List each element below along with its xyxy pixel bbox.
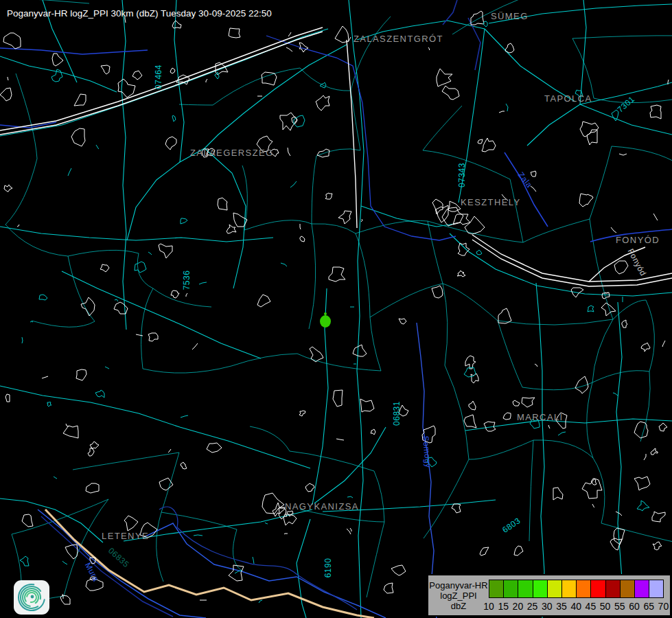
storm-spiral-icon bbox=[14, 580, 49, 615]
city-label-zalaszentgro-t: ZALASZENTGRÓT bbox=[354, 34, 443, 44]
city-label-tapolca: TAPOLCA bbox=[544, 93, 592, 104]
legend-color-20-25 bbox=[518, 580, 533, 598]
legend-color-45-50 bbox=[590, 580, 605, 598]
city-label-letenye: LETENYE bbox=[102, 531, 149, 541]
city-label-zalaegerszeg: ZALAEGERSZEG bbox=[190, 148, 274, 158]
legend-color-15-20 bbox=[503, 580, 518, 598]
legend-color-30-35 bbox=[547, 580, 562, 598]
legend-color-55-60 bbox=[620, 580, 635, 598]
legend-color-40-45 bbox=[576, 580, 591, 598]
legend-color-50-55 bbox=[605, 580, 621, 598]
rivers-layer bbox=[0, 0, 672, 618]
legend-color-scale: 10152025303540455055606570 bbox=[489, 575, 670, 615]
road-label-07343: 07343 bbox=[457, 163, 467, 187]
legend-color-10-15 bbox=[489, 580, 504, 598]
radar-image: SÜMEGZALASZENTGRÓTTAPOLCAZALAEGERSZEGKES… bbox=[0, 0, 672, 618]
legend-site-name: Poganyvar-HR bbox=[429, 580, 487, 591]
met-service-logo bbox=[14, 580, 49, 615]
road-label-7536: 7536 bbox=[182, 271, 192, 290]
radar-echo bbox=[320, 315, 331, 328]
legend-tick-70: 70 bbox=[655, 601, 671, 612]
road-label-07464: 07464 bbox=[154, 65, 163, 89]
city-label-keszthely: KESZTHELY bbox=[461, 197, 521, 207]
legend-color-25-30 bbox=[533, 580, 548, 598]
main-roads-layer bbox=[0, 0, 672, 618]
minor-cyan-features-layer bbox=[20, 21, 649, 603]
road-label-06831: 06831 bbox=[392, 401, 402, 426]
legend-caption: Poganyvar-HR logZ_PPI dbZ bbox=[428, 575, 489, 615]
radar-product-title: Poganyvar-HR logZ_PPI 30km (dbZ) Tuesday… bbox=[7, 8, 272, 19]
city-label-fonyo-d: FONYÓD bbox=[616, 235, 660, 245]
legend-color-60-65 bbox=[634, 580, 649, 598]
legend-color-65-70 bbox=[649, 580, 664, 598]
road-label-6190: 6190 bbox=[323, 558, 333, 578]
city-label-marcali: MARCALI bbox=[517, 412, 564, 422]
legend-unit: dbZ bbox=[451, 601, 466, 611]
city-label-nagykanizsa: NAGYKANIZSA bbox=[285, 501, 359, 512]
minor-roads-layer bbox=[1, 0, 672, 607]
radar-echo-layer bbox=[320, 312, 331, 328]
radar-map-canvas bbox=[0, 0, 672, 618]
city-label-su-meg: SÜMEG bbox=[491, 11, 529, 21]
legend-color-35-40 bbox=[561, 580, 577, 598]
legend-product-name: logZ_PPI bbox=[440, 591, 476, 601]
legend-panel: Poganyvar-HR logZ_PPI dbZ 10152025303540… bbox=[427, 574, 671, 617]
